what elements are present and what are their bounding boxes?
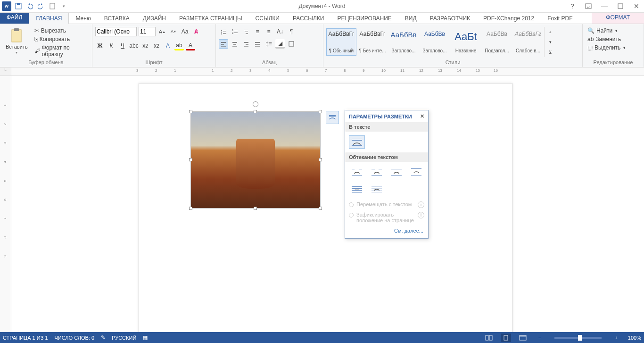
font-size-input[interactable]	[139, 27, 156, 36]
wrap-behind[interactable]	[349, 183, 365, 196]
new-doc-icon[interactable]	[48, 2, 57, 10]
change-case-icon[interactable]: Aa	[180, 27, 190, 36]
wrap-topbottom[interactable]	[408, 166, 424, 179]
view-read-icon[interactable]	[484, 334, 494, 342]
style-nospacing[interactable]: АаБбВвГг¶ Без инте...	[357, 28, 388, 56]
tab-file[interactable]: ФАЙЛ	[0, 11, 29, 24]
save-icon[interactable]	[14, 2, 23, 10]
clear-format-icon[interactable]: A̷	[191, 27, 201, 36]
styles-up-icon[interactable]: ▴	[545, 27, 555, 36]
spellcheck-icon[interactable]: ✎	[101, 335, 105, 341]
resize-handle[interactable]	[189, 158, 192, 161]
font-name-input[interactable]	[95, 27, 137, 36]
styles-down-icon[interactable]: ▾	[545, 37, 555, 47]
qat-dropdown-icon[interactable]: ▾	[59, 2, 68, 10]
indent-dec-icon[interactable]: ≡	[253, 27, 262, 36]
justify-icon[interactable]	[253, 39, 262, 49]
align-right-icon[interactable]	[241, 39, 251, 49]
tab-home[interactable]: ГЛАВНАЯ	[29, 13, 69, 24]
resize-handle[interactable]	[319, 207, 322, 210]
document-canvas[interactable]: ПАРАМЕТРЫ РАЗМЕТКИ ✕ В тексте Обтекание …	[11, 76, 644, 332]
layout-options-button[interactable]	[326, 111, 339, 124]
superscript-icon[interactable]: x2	[152, 41, 161, 50]
tab-design[interactable]: ДИЗАЙН	[136, 13, 173, 24]
italic-icon[interactable]: К	[107, 41, 116, 50]
replace-button[interactable]: abЗаменить	[586, 35, 627, 43]
find-button[interactable]: 🔍Найти▾	[586, 27, 627, 34]
copy-button[interactable]: ⎘Копировать	[33, 35, 89, 43]
tab-view[interactable]: ВИД	[398, 13, 423, 24]
strike-icon[interactable]: abc	[129, 41, 139, 50]
minimize-icon[interactable]: —	[599, 1, 610, 11]
info-icon[interactable]: i	[418, 201, 424, 208]
see-more-link[interactable]: См. далее...	[345, 225, 428, 238]
wrap-square[interactable]	[349, 166, 365, 179]
close-icon[interactable]: ✕	[631, 1, 642, 11]
redo-icon[interactable]	[37, 2, 45, 10]
format-painter-button[interactable]: 🖌Формат по образцу	[33, 44, 89, 58]
zoom-level[interactable]: 100%	[628, 335, 641, 341]
align-left-icon[interactable]	[219, 39, 228, 49]
status-page[interactable]: СТРАНИЦА 1 ИЗ 1	[3, 335, 48, 341]
style-normal[interactable]: АаБбВвГг¶ Обычный	[326, 28, 356, 56]
indent-inc-icon[interactable]: ≡	[264, 27, 273, 36]
grow-font-icon[interactable]: A▲	[157, 27, 167, 36]
show-marks-icon[interactable]: ¶	[287, 27, 296, 36]
resize-handle[interactable]	[319, 110, 322, 113]
cut-button[interactable]: ✂Вырезать	[33, 27, 89, 34]
style-subtitle[interactable]: АаБбВвПодзагол...	[482, 28, 512, 56]
borders-icon[interactable]	[287, 39, 296, 49]
multilevel-icon[interactable]	[241, 27, 251, 36]
highlight-icon[interactable]: ab	[174, 41, 184, 50]
resize-handle[interactable]	[254, 110, 257, 113]
line-spacing-icon[interactable]: ‡≡	[264, 39, 273, 49]
status-lang[interactable]: РУССКИЙ	[112, 335, 136, 341]
zoom-slider[interactable]	[554, 337, 602, 339]
tab-review[interactable]: РЕЦЕНЗИРОВАНИЕ	[330, 13, 398, 24]
help-icon[interactable]: ?	[567, 1, 578, 11]
bullets-icon[interactable]	[219, 27, 228, 36]
ribbon-options-icon[interactable]	[583, 1, 594, 11]
underline-icon[interactable]: Ч	[118, 41, 127, 50]
zoom-out-icon[interactable]: −	[535, 334, 545, 342]
paste-button[interactable]: Вставить ▾	[3, 27, 31, 56]
info-icon[interactable]: i	[418, 212, 424, 218]
resize-handle[interactable]	[319, 158, 322, 161]
text-effects-icon[interactable]: A	[163, 41, 173, 50]
macro-icon[interactable]: ▦	[143, 335, 148, 341]
maximize-icon[interactable]	[615, 1, 626, 11]
sort-icon[interactable]: A↓	[275, 27, 285, 36]
selected-image[interactable]	[191, 112, 320, 208]
bold-icon[interactable]: Ж	[95, 41, 105, 50]
style-subtle[interactable]: АаБбВвГгСлабое в...	[513, 28, 543, 56]
tab-mailings[interactable]: РАССЫЛКИ	[286, 13, 330, 24]
status-words[interactable]: ЧИСЛО СЛОВ: 0	[55, 335, 95, 341]
font-color-icon[interactable]: A	[186, 41, 195, 50]
wrap-through[interactable]	[388, 166, 405, 179]
wrap-tight[interactable]	[369, 166, 385, 179]
style-heading1[interactable]: АаБбВвЗаголово...	[388, 28, 419, 56]
shrink-font-icon[interactable]: A▼	[169, 27, 178, 36]
resize-handle[interactable]	[254, 207, 257, 210]
shading-icon[interactable]: ◢	[275, 39, 285, 49]
tab-developer[interactable]: РАЗРАБОТЧИК	[423, 13, 477, 24]
numbering-icon[interactable]: 12	[230, 27, 239, 36]
close-icon[interactable]: ✕	[420, 113, 424, 119]
tab-menu[interactable]: Меню	[69, 13, 97, 24]
subscript-icon[interactable]: x2	[140, 41, 150, 50]
resize-handle[interactable]	[189, 110, 192, 113]
tab-pdfxchange[interactable]: PDF-XChange 2012	[477, 13, 541, 24]
wrap-inline[interactable]	[349, 135, 365, 149]
select-button[interactable]: ⬚Выделить▾	[586, 44, 627, 51]
align-center-icon[interactable]	[230, 39, 239, 49]
style-title[interactable]: АаБtНазвание	[451, 28, 481, 56]
tab-layout[interactable]: РАЗМЕТКА СТРАНИЦЫ	[173, 13, 249, 24]
style-heading2[interactable]: АаБбВвЗаголово...	[420, 28, 450, 56]
styles-more-icon[interactable]: ⊻	[545, 48, 555, 57]
tab-references[interactable]: ССЫЛКИ	[249, 13, 286, 24]
tab-format[interactable]: ФОРМАТ	[592, 11, 644, 24]
resize-handle[interactable]	[189, 207, 192, 210]
tab-foxit[interactable]: Foxit PDF	[541, 13, 579, 24]
ruler-horizontal[interactable]: 3 2 1 1 2 3 4 5 6 7 8 9 10 11 12 13 14 1…	[11, 67, 644, 76]
wrap-front[interactable]	[369, 183, 385, 196]
